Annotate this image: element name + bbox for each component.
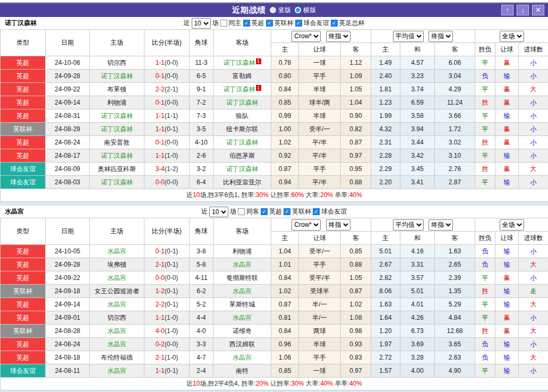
home-team-cell: 水晶宫 [90, 364, 144, 378]
handicap-odds-cell: 平手 [299, 163, 341, 176]
summary-stat-value: 10 [193, 380, 200, 387]
match-row: 英超24-08-24水晶宫0-2(0-0)3-3西汉姆联0.96半球0.931.… [1, 338, 548, 351]
corner-cell: 3-5 [190, 123, 213, 136]
layout-radio-vertical[interactable]: 竖版 [270, 6, 291, 15]
team-label: 水晶宫 [107, 327, 126, 335]
result-cell: 小 [519, 271, 548, 285]
result-cell: 负 [475, 245, 495, 258]
match-count-select[interactable]: 10 [192, 18, 211, 29]
league-checkbox[interactable]: ✓ [266, 20, 273, 27]
final-odds-select[interactable]: 终指 [326, 219, 350, 231]
bookmaker-select[interactable]: Crow* [292, 31, 321, 42]
europe-odds-cell: 5.29 [435, 298, 475, 311]
bookmaker-select[interactable]: Crow* [292, 219, 321, 231]
same-venue-checkbox[interactable] [220, 20, 227, 27]
league-type-cell: 英超 [1, 338, 46, 351]
handicap-odds-cell: 0.84 [271, 325, 299, 338]
league-checkbox[interactable]: ✓ [261, 208, 268, 215]
league-checkbox-label: 球会友谊 [321, 207, 347, 216]
final-odds-select[interactable]: 终指 [326, 31, 350, 42]
fulltime-score: 0-1 [156, 99, 165, 106]
handicap-odds-cell: 1.02 [271, 136, 299, 149]
halftime-score: (0-0) [165, 178, 178, 186]
handicap-odds-cell: 0.85 [271, 364, 299, 378]
league-checkbox[interactable]: ✓ [243, 20, 250, 27]
sub-header-handicap: 让球 [299, 232, 341, 245]
europe-odds-cell: 3.69 [400, 338, 435, 351]
team-label: 诺丁汉森林 [226, 139, 258, 146]
match-count-select[interactable]: 10 [209, 207, 228, 217]
result-cell: 大 [519, 83, 548, 96]
corner-cell: 5-2 [190, 298, 213, 311]
home-team-cell: 水晶宫 [90, 298, 144, 311]
final-odds-select-2[interactable]: 终指 [429, 31, 453, 42]
league-checkbox-label: 英联杯 [292, 207, 311, 216]
date-cell: 24-08-09 [46, 163, 90, 176]
corner-cell: 4-10 [190, 136, 213, 149]
summary-row: 近10场,胜2平4负4, 胜率:20% 让胜率:30% 大率:40% 单率:40… [1, 378, 548, 390]
results-table: 类型 日期 主场 比分(半场) 角球 客场 Crow* 终指 平均值 终指 全场 [0, 29, 548, 202]
league-checkbox[interactable]: ✓ [313, 208, 320, 215]
date-cell: 24-09-22 [46, 83, 90, 96]
col-header-corner: 角球 [190, 218, 213, 245]
scroll-down-button[interactable]: ↓ [517, 5, 529, 15]
home-team-cell: 埃弗顿 [90, 258, 144, 271]
summary-stat-value: 40% [349, 380, 362, 387]
result-cell: 大 [519, 298, 548, 311]
europe-odds-cell: 1.72 [435, 123, 475, 136]
near-label: 近 [201, 207, 208, 216]
league-checkbox[interactable]: ✓ [331, 20, 338, 27]
corner-cell: 4-11 [190, 271, 213, 285]
europe-odds-cell: 1.97 [371, 338, 400, 351]
scope-select[interactable]: 全场 [500, 31, 524, 42]
halftime-score: (0-0) [165, 72, 178, 80]
close-button[interactable]: ✕ [532, 5, 544, 15]
result-cell: 平 [475, 149, 495, 163]
halftime-score: (0-1) [165, 125, 178, 133]
corner-cell: 7-2 [190, 96, 213, 109]
date-cell: 24-08-31 [46, 109, 90, 123]
scope-select[interactable]: 全场 [500, 219, 524, 231]
handicap-odds-cell: 平/半 [299, 149, 341, 163]
sub-header-away-odds: 客 [341, 43, 371, 56]
handicap-odds-cell: 0.97 [341, 149, 371, 163]
score-cell: 1-2(0-1) [144, 285, 190, 298]
red-card-badge: 1 [256, 85, 261, 91]
score-cell: 1-1(1-1) [144, 109, 190, 123]
average-odds-select[interactable]: 平均值 [393, 31, 424, 42]
same-venue-checkbox[interactable] [238, 208, 245, 215]
halftime-score: (1-2) [165, 165, 178, 173]
fulltime-score: 2-2 [156, 301, 165, 308]
result-cell: 输 [495, 149, 519, 163]
handicap-odds-cell: 0.95 [341, 163, 371, 176]
average-odds-select[interactable]: 平均值 [393, 219, 424, 231]
team-label: 水晶宫 [107, 248, 126, 255]
result-group: 全场 [475, 218, 548, 232]
league-checkbox[interactable]: ✓ [295, 20, 302, 27]
league-type-cell: 英超 [1, 56, 46, 70]
away-team-cell: 曼彻斯特联 [213, 271, 271, 285]
halftime-score: (1-0) [165, 314, 178, 321]
europe-odds-cell: 2.63 [435, 351, 475, 364]
europe-odds-cell: 4.90 [435, 364, 475, 378]
league-type-cell: 英超 [1, 70, 46, 83]
result-cell: 赢 [495, 83, 519, 96]
home-team-cell: 女王公园巡游者 [90, 285, 144, 298]
home-team-cell: 诺丁汉森林 [90, 149, 144, 163]
result-cell: 平 [475, 123, 495, 136]
league-type-cell: 球会友谊 [1, 176, 46, 189]
europe-odds-cell: 3.57 [400, 271, 435, 285]
sub-header-away-odds: 客 [341, 232, 371, 245]
scroll-up-button[interactable]: ↑ [501, 5, 513, 15]
league-checkbox-label: 英足总杯 [339, 19, 365, 28]
league-checkbox[interactable]: ✓ [284, 208, 290, 215]
summary-stat-value: 40% [349, 191, 362, 199]
final-odds-select-2[interactable]: 终指 [429, 219, 453, 231]
europe-odds-cell: 5.01 [400, 285, 435, 298]
result-cell: 小 [519, 149, 548, 163]
handicap-odds-cell: 1.05 [341, 271, 371, 285]
europe-odds-cell: 3.42 [400, 149, 435, 163]
layout-radio-horizontal[interactable]: 横版 [295, 6, 316, 15]
result-cell: 负 [475, 258, 495, 271]
team-label: 诺丁汉森林 [224, 86, 255, 93]
